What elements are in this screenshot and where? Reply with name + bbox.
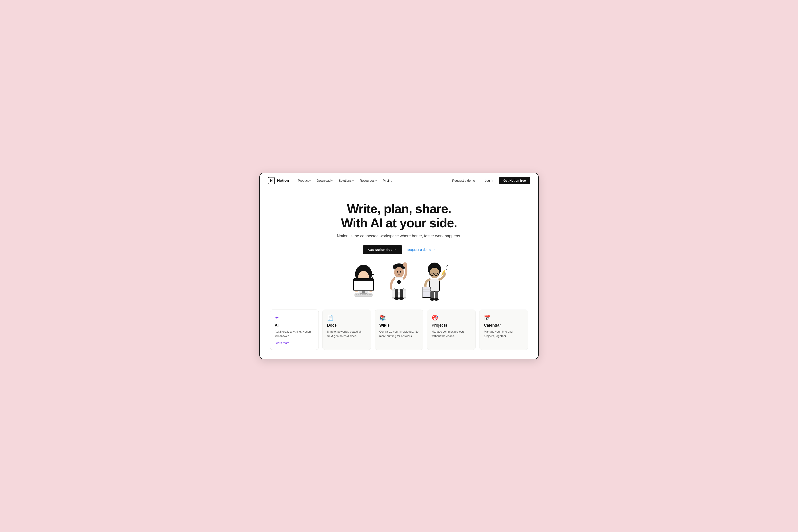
browser-window: N Notion Product ▾ Download ▾ Solutions … xyxy=(259,173,539,359)
resources-chevron-icon: ▾ xyxy=(375,179,377,182)
svg-rect-20 xyxy=(367,294,368,295)
projects-icon: 🎯 xyxy=(431,315,471,321)
docs-desc: Simple, powerful, beautiful. Next-gen no… xyxy=(327,329,367,338)
docs-icon: 📄 xyxy=(327,315,367,321)
hero-section: Write, plan, share. With AI at your side… xyxy=(260,188,538,310)
svg-rect-15 xyxy=(356,294,357,295)
svg-rect-36 xyxy=(395,289,398,298)
svg-point-38 xyxy=(394,297,399,300)
wikis-desc: Centralize your knowledge. No more hunti… xyxy=(379,329,419,338)
notion-icon: N xyxy=(268,177,275,184)
svg-rect-37 xyxy=(400,289,403,298)
person-right xyxy=(422,263,448,301)
feature-card-ai[interactable]: ✦ AI Ask literally anything. Notion will… xyxy=(270,309,319,350)
svg-point-41 xyxy=(430,268,439,278)
feature-card-projects[interactable]: 🎯 Projects Manage complex projects witho… xyxy=(427,309,476,350)
nav-right: Request a demo Log in Get Notion free xyxy=(448,177,530,184)
svg-rect-56 xyxy=(431,291,434,299)
svg-rect-11 xyxy=(354,279,373,281)
hero-title: Write, plan, share. With AI at your side… xyxy=(269,202,529,230)
request-demo-button[interactable]: Request a demo xyxy=(448,177,479,184)
logo-text: Notion xyxy=(277,178,289,183)
projects-title: Projects xyxy=(431,323,471,328)
nav-links: Product ▾ Download ▾ Solutions ▾ Resourc… xyxy=(295,177,448,184)
nav-download[interactable]: Download ▾ xyxy=(314,177,335,184)
get-notion-free-button-nav[interactable]: Get Notion free xyxy=(499,177,530,184)
svg-rect-21 xyxy=(369,294,372,295)
feature-card-wikis[interactable]: 📚 Wikis Centralize your knowledge. No mo… xyxy=(375,309,423,350)
svg-point-27 xyxy=(397,271,398,272)
ai-desc: Ask literally anything. Notion will answ… xyxy=(275,329,314,338)
ai-title: AI xyxy=(275,323,314,328)
nav-pricing[interactable]: Pricing xyxy=(380,177,395,184)
people-illustration xyxy=(333,261,465,305)
hero-subtitle: Notion is the connected workspace where … xyxy=(269,234,529,239)
hero-title-line2: With AI at your side. xyxy=(341,215,457,230)
svg-rect-51 xyxy=(422,287,431,298)
ai-learn-more-link[interactable]: Learn more → xyxy=(275,341,293,345)
login-button[interactable]: Log in xyxy=(481,177,497,184)
ai-icon: ✦ xyxy=(275,315,314,321)
nav-download-label: Download xyxy=(317,179,331,182)
solutions-chevron-icon: ▾ xyxy=(352,179,354,182)
hero-illustration xyxy=(269,261,529,305)
navbar: N Notion Product ▾ Download ▾ Solutions … xyxy=(260,173,538,188)
feature-cards-section: ✦ AI Ask literally anything. Notion will… xyxy=(260,309,538,359)
feature-card-docs[interactable]: 📄 Docs Simple, powerful, beautiful. Next… xyxy=(322,309,371,350)
svg-point-31 xyxy=(403,262,407,267)
nav-solutions[interactable]: Solutions ▾ xyxy=(336,177,356,184)
get-notion-free-button-hero[interactable]: Get Notion free → xyxy=(363,245,403,254)
docs-title: Docs xyxy=(327,323,367,328)
svg-rect-57 xyxy=(435,291,438,299)
nav-resources-label: Resources xyxy=(360,179,375,182)
request-demo-link-hero[interactable]: Request a demo → xyxy=(407,248,435,251)
person-center xyxy=(391,262,407,300)
hero-title-line1: Write, plan, share. xyxy=(347,202,451,216)
svg-rect-3 xyxy=(369,274,370,277)
svg-rect-52 xyxy=(422,287,423,298)
logo-link[interactable]: N Notion xyxy=(268,177,289,184)
svg-point-59 xyxy=(434,298,439,301)
wikis-title: Wikis xyxy=(379,323,419,328)
hero-buttons: Get Notion free → Request a demo → xyxy=(269,245,529,254)
calendar-title: Calendar xyxy=(484,323,523,328)
wikis-icon: 📚 xyxy=(379,315,419,321)
download-chevron-icon: ▾ xyxy=(331,179,333,182)
nav-product[interactable]: Product ▾ xyxy=(295,177,313,184)
notion-icon-letter: N xyxy=(270,178,273,183)
person-left xyxy=(354,265,373,297)
svg-point-39 xyxy=(399,297,404,300)
product-chevron-icon: ▾ xyxy=(310,179,311,182)
svg-rect-18 xyxy=(362,294,364,295)
svg-rect-33 xyxy=(392,289,406,291)
nav-solutions-label: Solutions xyxy=(339,179,352,182)
projects-desc: Manage complex projects without the chao… xyxy=(431,329,471,338)
svg-point-28 xyxy=(400,271,401,272)
svg-rect-2 xyxy=(357,274,358,277)
svg-rect-16 xyxy=(358,294,359,295)
nav-product-label: Product xyxy=(298,179,309,182)
svg-rect-19 xyxy=(365,294,366,295)
svg-rect-12 xyxy=(362,291,365,293)
feature-card-calendar[interactable]: 📅 Calendar Manage your time and projects… xyxy=(479,309,528,350)
calendar-icon: 📅 xyxy=(484,315,523,321)
nav-resources[interactable]: Resources ▾ xyxy=(357,177,379,184)
svg-point-26 xyxy=(394,267,404,278)
calendar-desc: Manage your time and projects, together. xyxy=(484,329,523,338)
nav-pricing-label: Pricing xyxy=(383,179,392,182)
svg-rect-17 xyxy=(360,294,361,295)
